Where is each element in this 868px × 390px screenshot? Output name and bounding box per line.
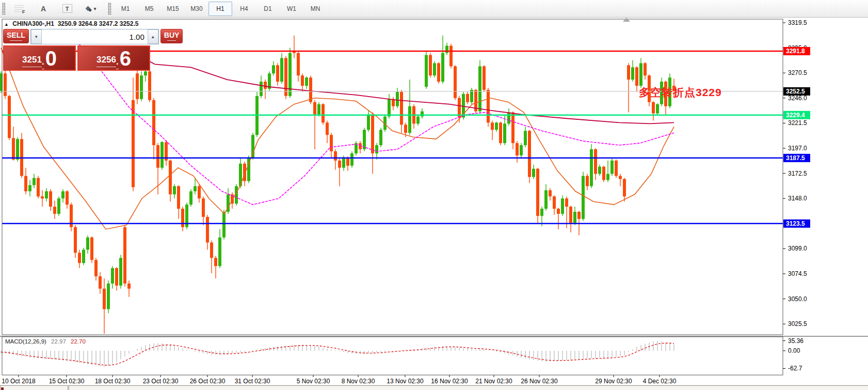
svg-text:23 Oct 02:30: 23 Oct 02:30 bbox=[143, 378, 179, 385]
sell-button[interactable]: SELL bbox=[3, 29, 29, 43]
svg-text:3187.5: 3187.5 bbox=[786, 154, 805, 162]
svg-text:0.00: 0.00 bbox=[788, 347, 800, 354]
symbol-name: CHINA300-,H1 bbox=[12, 20, 54, 27]
svg-text:21 Nov 02:30: 21 Nov 02:30 bbox=[475, 378, 512, 385]
price-axis[interactable]: 3319.53295.03270.53246.03221.53197.03172… bbox=[783, 19, 810, 327]
buy-price-panel[interactable]: 3256.6 bbox=[77, 45, 150, 71]
buy-price-main: 3256 bbox=[97, 55, 116, 65]
buy-price-big-digit: 6 bbox=[120, 50, 131, 67]
svg-text:4 Dec 02:30: 4 Dec 02:30 bbox=[643, 378, 677, 385]
svg-text:15 Oct 02:30: 15 Oct 02:30 bbox=[49, 378, 85, 385]
svg-text:26 Oct 02:30: 26 Oct 02:30 bbox=[190, 378, 226, 385]
one-click-trade-panel: SELL ▼ ▲ BUY 3251.0 3256.6 bbox=[3, 29, 150, 71]
sell-price-big-digit: 0 bbox=[45, 50, 57, 67]
bottom-right-panel-edge bbox=[69, 385, 868, 390]
chart-title: ▲ CHINA300-,H1 3250.9 3264.8 3247.2 3252… bbox=[4, 20, 138, 27]
svg-text:3270.5: 3270.5 bbox=[788, 69, 807, 76]
macd-signal-value: 22.70 bbox=[71, 338, 86, 345]
macd-indicator-label: MACD(12,26,9) 22.97 22.70 bbox=[5, 338, 86, 345]
svg-text:3050.0: 3050.0 bbox=[788, 295, 807, 303]
svg-text:3148.0: 3148.0 bbox=[788, 195, 807, 202]
mt4-window: F A T ▾ M1M5M15M30H1H4D1W1MN 3319.53295.… bbox=[0, 0, 868, 390]
sell-price-dot: . bbox=[42, 57, 44, 67]
svg-text:3291.8: 3291.8 bbox=[786, 48, 805, 55]
bottom-strip bbox=[0, 385, 868, 390]
svg-text:26 Nov 02:30: 26 Nov 02:30 bbox=[521, 378, 558, 385]
svg-text:8 Nov 02:30: 8 Nov 02:30 bbox=[342, 378, 375, 385]
sell-price-main: 3251 bbox=[22, 55, 42, 65]
macd-panel: 35.360.00-62.7 bbox=[1, 337, 803, 372]
volume-increase-button[interactable]: ▲ bbox=[148, 29, 158, 44]
svg-text:31 Oct 02:30: 31 Oct 02:30 bbox=[235, 378, 270, 385]
svg-text:3123.5: 3123.5 bbox=[786, 220, 805, 227]
symbol-collapse-icon[interactable]: ▲ bbox=[4, 22, 9, 27]
svg-text:3074.5: 3074.5 bbox=[788, 270, 807, 277]
svg-text:-62.7: -62.7 bbox=[788, 365, 802, 372]
svg-text:10 Oct 2018: 10 Oct 2018 bbox=[2, 378, 36, 385]
volume-input[interactable] bbox=[42, 29, 148, 44]
buy-button[interactable]: BUY bbox=[160, 29, 183, 43]
bottom-marker bbox=[1, 387, 4, 390]
macd-main-value: 22.97 bbox=[51, 338, 66, 345]
ohlc-values: 3250.9 3264.8 3247.2 3252.5 bbox=[58, 20, 139, 27]
time-axis[interactable]: 10 Oct 201815 Oct 02:3018 Oct 02:3023 Oc… bbox=[2, 375, 676, 385]
svg-text:3197.0: 3197.0 bbox=[788, 145, 807, 152]
candles-layer bbox=[0, 36, 676, 334]
svg-text:18 Oct 02:30: 18 Oct 02:30 bbox=[95, 378, 131, 385]
svg-text:3221.5: 3221.5 bbox=[788, 119, 807, 127]
horizontal-lines-layer bbox=[2, 51, 783, 224]
volume-decrease-button[interactable]: ▼ bbox=[31, 29, 42, 44]
svg-text:35.36: 35.36 bbox=[788, 337, 803, 345]
scroll-to-end-icon[interactable] bbox=[623, 18, 630, 22]
svg-text:3025.5: 3025.5 bbox=[788, 320, 807, 327]
svg-text:3099.0: 3099.0 bbox=[788, 245, 807, 252]
svg-text:3172.5: 3172.5 bbox=[788, 170, 807, 177]
svg-text:3229.4: 3229.4 bbox=[786, 112, 805, 119]
svg-text:5 Nov 02:30: 5 Nov 02:30 bbox=[297, 378, 330, 385]
chart-annotation-text: 多空转折点3229 bbox=[639, 85, 722, 100]
macd-name: MACD(12,26,9) bbox=[5, 338, 46, 345]
svg-text:13 Nov 02:30: 13 Nov 02:30 bbox=[387, 378, 424, 385]
volume-stepper: ▼ ▲ bbox=[30, 29, 159, 44]
svg-text:16 Nov 02:30: 16 Nov 02:30 bbox=[431, 378, 468, 385]
buy-price-dot: . bbox=[116, 57, 119, 67]
sell-price-panel[interactable]: 3251.0 bbox=[3, 45, 76, 71]
svg-text:3252.5: 3252.5 bbox=[786, 88, 805, 95]
svg-text:29 Nov 02:30: 29 Nov 02:30 bbox=[595, 378, 632, 385]
bottom-left-panel-edge bbox=[0, 385, 68, 390]
svg-text:3319.5: 3319.5 bbox=[788, 19, 807, 26]
